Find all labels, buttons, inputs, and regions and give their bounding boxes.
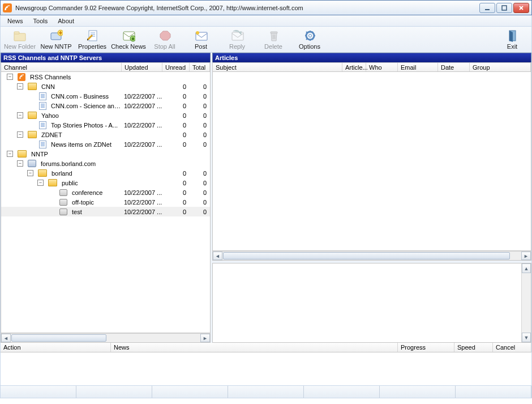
tree-item-total: 0 (190, 170, 210, 177)
post-button[interactable]: Post (183, 28, 219, 51)
collapse-button[interactable]: − (27, 170, 33, 176)
col-who[interactable]: Who (366, 63, 398, 71)
channel-tree[interactable]: −RSS Channels−CNN00CNN.com - Business10/… (1, 72, 211, 333)
col-article[interactable]: Article... (342, 63, 366, 71)
toolbar-label: Delete (264, 43, 282, 50)
tree-row[interactable]: −ZDNET00 (1, 130, 210, 139)
tree-item-unread: 0 (162, 141, 190, 148)
svg-rect-4 (14, 32, 19, 34)
check-news-button[interactable]: Check News (110, 28, 147, 51)
channels-column-header: Channel Updated Unread Total (1, 62, 211, 72)
tree-row[interactable]: test10/22/2007 ...00 (1, 207, 210, 216)
menu-news[interactable]: News (3, 16, 28, 25)
scroll-up-button[interactable]: ▲ (522, 263, 531, 273)
tree-item-label: public (62, 180, 78, 186)
stop-all-button: Stop All (147, 28, 183, 51)
tree-row[interactable]: −public00 (1, 178, 210, 188)
exit-button[interactable]: Exit (494, 28, 530, 51)
col-unread[interactable]: Unread (162, 63, 190, 71)
status-cell (380, 386, 456, 398)
new-nntp-button[interactable]: New NNTP (38, 28, 74, 51)
tree-item-label: CNN.com - Science and... (51, 103, 122, 109)
tree-row[interactable]: CNN.com - Science and...10/22/2007 ...00 (1, 101, 210, 110)
tree-item-label: off-topic (72, 199, 94, 206)
tree-item-total: 0 (190, 112, 210, 119)
col-channel[interactable]: Channel (1, 63, 122, 71)
tree-row[interactable]: −RSS Channels (1, 72, 210, 82)
tree-item-updated: 10/22/2007 ... (122, 209, 162, 215)
channels-hscroll[interactable]: ◄ ► (1, 333, 211, 343)
scroll-left-button[interactable]: ◄ (1, 334, 11, 342)
tree-row[interactable]: −CNN00 (1, 82, 210, 91)
menu-about[interactable]: About (53, 16, 79, 25)
tree-row[interactable]: −forums.borland.com (1, 159, 210, 168)
svg-point-18 (19, 78, 20, 79)
collapse-button[interactable]: − (17, 112, 23, 118)
col-speed[interactable]: Speed (454, 343, 493, 352)
tree-item-total: 0 (190, 122, 210, 129)
toolbar-label: Post (195, 43, 207, 50)
tree-row[interactable]: −Yahoo00 (1, 110, 210, 120)
tree-row[interactable]: Top Stories Photos - A...10/22/2007 ...0… (1, 120, 210, 130)
collapse-button[interactable]: − (17, 131, 23, 138)
tree-row[interactable]: −borland00 (1, 168, 210, 178)
tree-item-unread: 0 (162, 189, 190, 196)
status-cell (1, 386, 76, 398)
col-action[interactable]: Action (1, 343, 111, 352)
col-progress[interactable]: Progress (398, 343, 454, 352)
close-button[interactable] (513, 3, 529, 13)
task-list[interactable] (1, 352, 531, 385)
collapse-button[interactable]: − (7, 74, 13, 80)
tree-item-label: borland (52, 170, 72, 177)
rss-icon (18, 73, 25, 81)
status-cell (76, 386, 152, 398)
toolbar-label: Options (299, 43, 320, 50)
articles-list[interactable] (212, 72, 531, 251)
statusbar (0, 386, 532, 398)
articles-pane: Articles Subject Article... Who Email Da… (212, 53, 531, 343)
articles-panel-header: Articles (212, 53, 531, 62)
options-button[interactable]: Options (291, 28, 328, 51)
status-cell (304, 386, 380, 398)
task-column-header: Action News Progress Speed Cancel (1, 343, 531, 352)
newsgroup-icon (59, 209, 67, 215)
col-group[interactable]: Group (470, 63, 531, 71)
col-date[interactable]: Date (438, 63, 470, 71)
minimize-button[interactable] (479, 3, 495, 13)
articles-hscroll[interactable]: ◄ ► (212, 251, 531, 261)
scroll-right-button[interactable]: ► (521, 252, 531, 260)
delete-button: Delete (255, 28, 291, 51)
message-preview[interactable]: ▲ ▼ (212, 263, 531, 343)
col-news[interactable]: News (111, 343, 398, 352)
tree-item-label: CNN (41, 83, 55, 90)
window-title: Newsgroup Commander 9.02 Freeware Copyri… (15, 5, 303, 11)
properties-button[interactable]: Properties (74, 28, 110, 51)
tree-item-label: conference (72, 189, 102, 196)
preview-vscroll[interactable]: ▲ ▼ (521, 263, 531, 342)
newsgroup-icon (59, 189, 67, 196)
tree-row[interactable]: −NNTP (1, 149, 210, 159)
col-total[interactable]: Total (190, 63, 210, 71)
tree-row[interactable]: CNN.com - Business10/22/2007 ...00 (1, 91, 210, 101)
menu-tools[interactable]: Tools (29, 16, 53, 25)
col-email[interactable]: Email (398, 63, 438, 71)
collapse-button[interactable]: − (17, 83, 23, 90)
col-updated[interactable]: Updated (122, 63, 162, 71)
collapse-button[interactable]: − (37, 180, 44, 186)
maximize-button[interactable] (496, 3, 512, 13)
col-subject[interactable]: Subject (213, 63, 342, 71)
titlebar[interactable]: Newsgroup Commander 9.02 Freeware Copyri… (0, 0, 532, 15)
scroll-left-button[interactable]: ◄ (213, 252, 222, 260)
col-cancel[interactable]: Cancel (493, 343, 531, 352)
scroll-right-button[interactable]: ► (200, 334, 210, 342)
tree-row[interactable]: News items on ZDNet10/22/2007 ...00 (1, 139, 210, 149)
scroll-down-button[interactable]: ▼ (522, 333, 531, 342)
tree-item-unread: 0 (162, 112, 190, 119)
tree-row[interactable]: conference10/22/2007 ...00 (1, 188, 210, 197)
svg-point-16 (309, 35, 312, 37)
collapse-button[interactable]: − (7, 151, 13, 157)
tree-item-label: Top Stories Photos - A... (51, 122, 118, 129)
collapse-button[interactable]: − (17, 160, 23, 167)
tree-row[interactable]: off-topic10/22/2007 ...00 (1, 197, 210, 207)
folder-icon (38, 169, 47, 177)
